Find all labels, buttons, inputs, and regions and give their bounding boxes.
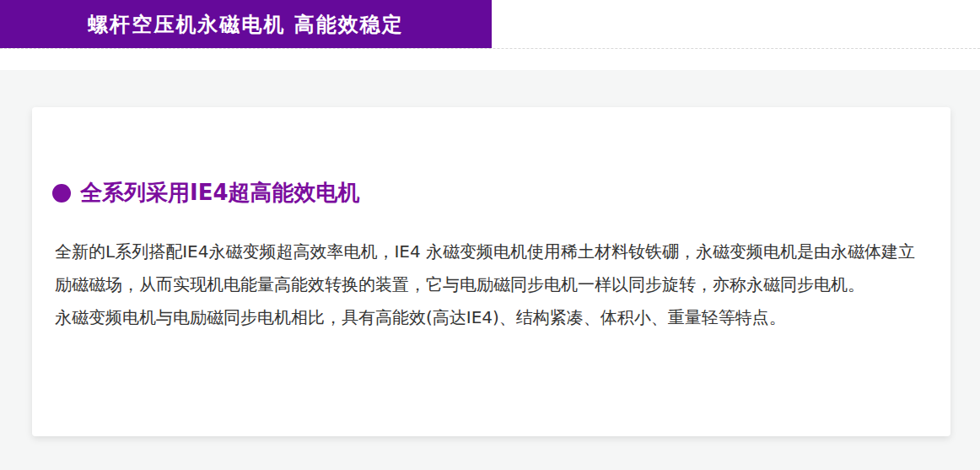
dashed-divider bbox=[0, 48, 980, 49]
page-header: 螺杆空压机永磁电机 高能效稳定 bbox=[0, 0, 980, 70]
feature-paragraph-2: 永磁变频电机与电励磁同步电机相比，具有高能效(高达IE4)、结构紧凑、体积小、重… bbox=[55, 301, 930, 334]
section-title: 螺杆空压机永磁电机 高能效稳定 bbox=[88, 11, 403, 38]
section-title-banner: 螺杆空压机永磁电机 高能效稳定 bbox=[0, 0, 492, 48]
feature-heading-row: 全系列采用IE4超高能效电机 bbox=[52, 178, 930, 208]
feature-description: 全新的L系列搭配IE4永磁变频超高效率电机，IE4 永磁变频电机使用稀土材料钕铁… bbox=[55, 235, 930, 334]
content-area: 全系列采用IE4超高能效电机 全新的L系列搭配IE4永磁变频超高效率电机，IE4… bbox=[0, 70, 980, 470]
bullet-circle-icon bbox=[52, 184, 71, 203]
feature-paragraph-1: 全新的L系列搭配IE4永磁变频超高效率电机，IE4 永磁变频电机使用稀土材料钕铁… bbox=[55, 235, 930, 301]
feature-card: 全系列采用IE4超高能效电机 全新的L系列搭配IE4永磁变频超高效率电机，IE4… bbox=[32, 107, 950, 436]
feature-heading: 全系列采用IE4超高能效电机 bbox=[80, 178, 360, 208]
